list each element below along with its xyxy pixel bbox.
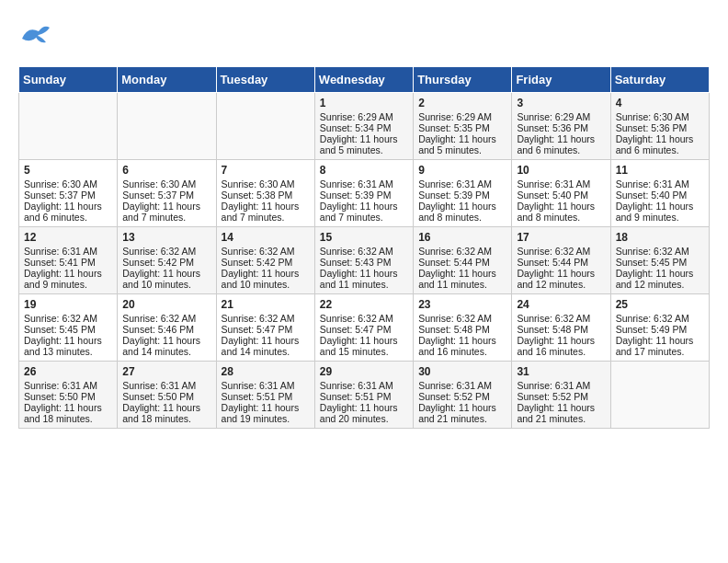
daylight-text: Daylight: 11 hours and 7 minutes. (320, 201, 408, 223)
sunrise-text: Sunrise: 6:31 AM (517, 380, 605, 391)
sunrise-text: Sunrise: 6:31 AM (320, 178, 408, 190)
daylight-text: Daylight: 11 hours and 16 minutes. (517, 335, 605, 357)
daylight-text: Daylight: 11 hours and 12 minutes. (616, 268, 704, 290)
sunset-text: Sunset: 5:36 PM (517, 122, 605, 133)
day-number: 3 (517, 97, 605, 109)
sunset-text: Sunset: 5:50 PM (24, 391, 112, 402)
header-sunday: Sunday (19, 67, 118, 93)
day-number: 29 (320, 365, 408, 378)
header-saturday: Saturday (610, 67, 709, 93)
day-number: 18 (616, 231, 704, 244)
calendar-week-5: 26Sunrise: 6:31 AMSunset: 5:50 PMDayligh… (19, 362, 710, 429)
day-number: 16 (418, 231, 506, 244)
calendar-cell: 8Sunrise: 6:31 AMSunset: 5:39 PMDaylight… (314, 160, 413, 227)
calendar-week-4: 19Sunrise: 6:32 AMSunset: 5:45 PMDayligh… (19, 294, 710, 362)
day-number: 17 (517, 231, 605, 244)
sunrise-text: Sunrise: 6:29 AM (418, 111, 506, 122)
sunset-text: Sunset: 5:47 PM (320, 324, 408, 335)
day-number: 31 (517, 365, 605, 378)
calendar-cell: 20Sunrise: 6:32 AMSunset: 5:46 PMDayligh… (118, 294, 216, 362)
daylight-text: Daylight: 11 hours and 9 minutes. (616, 201, 704, 223)
sunrise-text: Sunrise: 6:31 AM (418, 178, 506, 190)
day-number: 26 (24, 365, 112, 378)
calendar-week-2: 5Sunrise: 6:30 AMSunset: 5:37 PMDaylight… (19, 160, 710, 227)
sunset-text: Sunset: 5:48 PM (517, 324, 605, 335)
sunset-text: Sunset: 5:49 PM (616, 324, 704, 335)
calendar-cell: 5Sunrise: 6:30 AMSunset: 5:37 PMDaylight… (19, 160, 118, 227)
calendar-cell: 17Sunrise: 6:32 AMSunset: 5:44 PMDayligh… (512, 227, 610, 294)
daylight-text: Daylight: 11 hours and 6 minutes. (24, 201, 112, 223)
sunrise-text: Sunrise: 6:31 AM (418, 380, 506, 391)
sunrise-text: Sunrise: 6:30 AM (122, 178, 210, 190)
sunrise-text: Sunrise: 6:31 AM (24, 246, 112, 257)
sunrise-text: Sunrise: 6:32 AM (320, 246, 408, 257)
logo (18, 18, 57, 57)
calendar-cell: 22Sunrise: 6:32 AMSunset: 5:47 PMDayligh… (314, 294, 413, 362)
logo-icon (18, 18, 53, 57)
calendar-cell (118, 93, 216, 160)
daylight-text: Daylight: 11 hours and 9 minutes. (24, 268, 112, 290)
sunset-text: Sunset: 5:44 PM (517, 257, 605, 268)
sunset-text: Sunset: 5:50 PM (122, 391, 210, 402)
sunset-text: Sunset: 5:36 PM (616, 122, 704, 133)
sunset-text: Sunset: 5:45 PM (616, 257, 704, 268)
day-number: 21 (222, 298, 310, 311)
calendar-cell: 4Sunrise: 6:30 AMSunset: 5:36 PMDaylight… (610, 93, 709, 160)
sunrise-text: Sunrise: 6:31 AM (320, 380, 408, 391)
calendar-cell: 10Sunrise: 6:31 AMSunset: 5:40 PMDayligh… (512, 160, 610, 227)
day-number: 11 (616, 164, 704, 177)
daylight-text: Daylight: 11 hours and 12 minutes. (517, 268, 605, 290)
day-number: 27 (122, 365, 210, 378)
day-number: 8 (320, 164, 408, 177)
sunset-text: Sunset: 5:46 PM (122, 324, 210, 335)
sunrise-text: Sunrise: 6:31 AM (222, 380, 310, 391)
daylight-text: Daylight: 11 hours and 18 minutes. (122, 402, 210, 424)
day-number: 19 (24, 298, 112, 311)
sunset-text: Sunset: 5:44 PM (418, 257, 506, 268)
day-number: 2 (418, 97, 506, 109)
sunset-text: Sunset: 5:51 PM (222, 391, 310, 402)
calendar-cell: 15Sunrise: 6:32 AMSunset: 5:43 PMDayligh… (314, 227, 413, 294)
calendar-cell (610, 362, 709, 429)
sunrise-text: Sunrise: 6:32 AM (616, 246, 704, 257)
sunset-text: Sunset: 5:39 PM (418, 190, 506, 201)
calendar-cell (19, 93, 118, 160)
calendar-cell: 25Sunrise: 6:32 AMSunset: 5:49 PMDayligh… (610, 294, 709, 362)
calendar-cell: 13Sunrise: 6:32 AMSunset: 5:42 PMDayligh… (118, 227, 216, 294)
sunrise-text: Sunrise: 6:32 AM (222, 246, 310, 257)
calendar-week-3: 12Sunrise: 6:31 AMSunset: 5:41 PMDayligh… (19, 227, 710, 294)
daylight-text: Daylight: 11 hours and 8 minutes. (517, 201, 605, 223)
daylight-text: Daylight: 11 hours and 19 minutes. (222, 402, 310, 424)
sunset-text: Sunset: 5:43 PM (320, 257, 408, 268)
daylight-text: Daylight: 11 hours and 7 minutes. (222, 201, 310, 223)
daylight-text: Daylight: 11 hours and 11 minutes. (418, 268, 506, 290)
daylight-text: Daylight: 11 hours and 5 minutes. (418, 133, 506, 155)
sunrise-text: Sunrise: 6:32 AM (122, 246, 210, 257)
day-number: 25 (616, 298, 704, 311)
sunrise-text: Sunrise: 6:30 AM (222, 178, 310, 190)
calendar-cell: 11Sunrise: 6:31 AMSunset: 5:40 PMDayligh… (610, 160, 709, 227)
daylight-text: Daylight: 11 hours and 7 minutes. (122, 201, 210, 223)
daylight-text: Daylight: 11 hours and 20 minutes. (320, 402, 408, 424)
sunrise-text: Sunrise: 6:29 AM (320, 111, 408, 122)
calendar-cell: 27Sunrise: 6:31 AMSunset: 5:50 PMDayligh… (118, 362, 216, 429)
day-number: 7 (222, 164, 310, 177)
sunrise-text: Sunrise: 6:31 AM (616, 178, 704, 190)
header-tuesday: Tuesday (216, 67, 314, 93)
calendar-cell: 6Sunrise: 6:30 AMSunset: 5:37 PMDaylight… (118, 160, 216, 227)
calendar-cell: 21Sunrise: 6:32 AMSunset: 5:47 PMDayligh… (216, 294, 314, 362)
day-number: 12 (24, 231, 112, 244)
daylight-text: Daylight: 11 hours and 14 minutes. (222, 335, 310, 357)
daylight-text: Daylight: 11 hours and 16 minutes. (418, 335, 506, 357)
calendar-cell: 28Sunrise: 6:31 AMSunset: 5:51 PMDayligh… (216, 362, 314, 429)
sunrise-text: Sunrise: 6:32 AM (418, 246, 506, 257)
calendar-cell: 16Sunrise: 6:32 AMSunset: 5:44 PMDayligh… (414, 227, 512, 294)
calendar-cell: 14Sunrise: 6:32 AMSunset: 5:42 PMDayligh… (216, 227, 314, 294)
day-number: 20 (122, 298, 210, 311)
daylight-text: Daylight: 11 hours and 6 minutes. (616, 133, 704, 155)
sunset-text: Sunset: 5:42 PM (222, 257, 310, 268)
sunset-text: Sunset: 5:40 PM (616, 190, 704, 201)
sunrise-text: Sunrise: 6:32 AM (320, 313, 408, 324)
calendar-cell: 31Sunrise: 6:31 AMSunset: 5:52 PMDayligh… (512, 362, 610, 429)
daylight-text: Daylight: 11 hours and 13 minutes. (24, 335, 112, 357)
